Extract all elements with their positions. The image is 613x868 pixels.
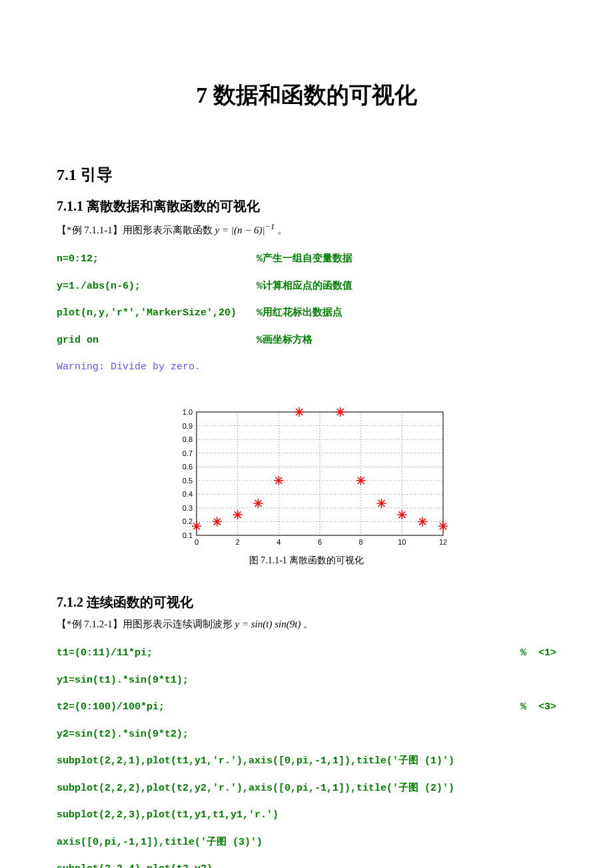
svg-text:0: 0 [195, 538, 199, 546]
code2-l7: subplot(2,2,3),plot(t1,y1,t1,y1,'r.') [57, 809, 279, 821]
subsection-7-1-1: 7.1.1 离散数据和离散函数的可视化 [57, 197, 556, 215]
svg-text:0.4: 0.4 [183, 490, 193, 498]
svg-text:4: 4 [277, 538, 281, 546]
svg-text:0.9: 0.9 [183, 422, 193, 430]
svg-text:0.2: 0.2 [183, 517, 193, 525]
svg-text:1.0: 1.0 [183, 408, 193, 416]
code1-c3: %用红花标出数据点 [257, 307, 342, 320]
example-711-suffix: 。 [277, 225, 287, 235]
svg-text:10: 10 [398, 538, 406, 546]
section-7-1: 7.1 引导 [57, 164, 556, 185]
svg-text:6: 6 [318, 538, 322, 546]
chapter-title: 7 数据和函数的可视化 [57, 80, 556, 111]
code2-l1: t1=(0:11)/11*pi; [57, 647, 153, 660]
code1-l3: plot(n,y,'r*','MarkerSize',20) [57, 307, 257, 320]
svg-text:12: 12 [439, 538, 447, 546]
code2-l2: y1=sin(t1).*sin(9*t1); [57, 675, 189, 686]
svg-text:0.7: 0.7 [183, 449, 193, 457]
example-711-formula: y = |(n − 6)|−1 [215, 225, 275, 235]
scatter-chart-svg: 0246810120.10.20.30.40.50.60.70.80.91.0 [163, 405, 450, 552]
code1-c4: %画坐标方格 [257, 334, 312, 347]
example-712-prefix: 【*例 7.1.2-1】用图形表示连续调制波形 [57, 619, 235, 629]
code1-warning: Warning: Divide by zero. [57, 361, 201, 373]
subsection-7-1-2: 7.1.2 连续函数的可视化 [57, 593, 556, 611]
svg-text:0.6: 0.6 [183, 463, 193, 471]
code2-l3: t2=(0:100)/100*pi; [57, 701, 165, 714]
code1-c2: %计算相应点的函数值 [257, 280, 352, 293]
code2-r1: % <1> [520, 647, 556, 660]
code2-l6: subplot(2,2,2),plot(t2,y2,'r.'),axis([0,… [57, 783, 454, 794]
code2-l4: y2=sin(t2).*sin(9*t2); [57, 729, 189, 740]
code2-l9: subplot(2,2,4),plot(t2,y2) [57, 863, 213, 868]
code2-l5: subplot(2,2,1),plot(t1,y1,'r.'),axis([0,… [57, 755, 454, 767]
svg-text:0.1: 0.1 [183, 531, 193, 539]
code-block-2: t1=(0:11)/11*pi;% <1> y1=sin(t1).*sin(9*… [57, 633, 556, 868]
code1-l4: grid on [57, 334, 257, 347]
figure-711-chart: 0246810120.10.20.30.40.50.60.70.80.91.0 [163, 405, 450, 552]
example-712-text: 【*例 7.1.2-1】用图形表示连续调制波形 y = sin(t) sin(9… [57, 618, 556, 631]
svg-text:0.5: 0.5 [183, 477, 193, 485]
code1-l2: y=1./abs(n-6); [57, 280, 257, 293]
example-711-prefix: 【*例 7.1.1-1】用图形表示离散函数 [57, 225, 215, 235]
svg-text:0.3: 0.3 [183, 504, 193, 512]
svg-text:2: 2 [236, 538, 240, 546]
example-712-suffix: 。 [303, 619, 313, 629]
example-711-text: 【*例 7.1.1-1】用图形表示离散函数 y = |(n − 6)|−1 。 [57, 222, 556, 237]
example-712-formula: y = sin(t) sin(9t) [235, 619, 301, 629]
svg-text:8: 8 [359, 538, 363, 546]
code1-l1: n=0:12; [57, 253, 257, 266]
code1-c1: %产生一组自变量数据 [257, 253, 352, 266]
page: 7 数据和函数的可视化 7.1 引导 7.1.1 离散数据和离散函数的可视化 【… [0, 0, 613, 868]
code2-r3: % <3> [520, 701, 556, 714]
code-block-1: n=0:12;%产生一组自变量数据 y=1./abs(n-6);%计算相应点的函… [57, 239, 556, 401]
svg-text:0.8: 0.8 [183, 435, 193, 443]
code2-l8: axis([0,pi,-1,1]),title('子图 (3)') [57, 837, 263, 848]
figure-711-caption: 图 7.1.1-1 离散函数的可视化 [57, 555, 556, 567]
